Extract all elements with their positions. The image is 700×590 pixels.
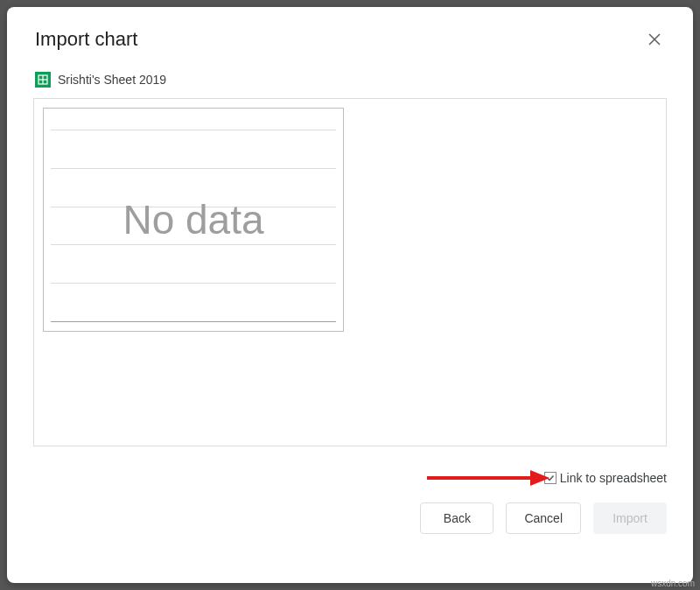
annotation-arrow-icon: [427, 467, 550, 488]
no-data-label: No data: [122, 196, 263, 243]
close-icon: [648, 33, 661, 46]
link-to-spreadsheet-checkbox[interactable]: Link to spreadsheet: [544, 471, 667, 485]
sheet-name-label: Srishti's Sheet 2019: [58, 73, 166, 87]
svg-marker-6: [530, 470, 550, 486]
sheet-info-row: Srishti's Sheet 2019: [7, 65, 693, 98]
close-button[interactable]: [644, 29, 665, 50]
link-option-row: Link to spreadsheet: [7, 446, 693, 490]
cancel-button[interactable]: Cancel: [506, 502, 581, 534]
import-chart-dialog: Import chart Srishti's Sheet 2019: [7, 7, 693, 583]
google-sheets-icon: [35, 72, 51, 88]
import-button[interactable]: Import: [593, 502, 667, 534]
chart-selection-area: No data: [33, 98, 667, 446]
watermark-text: wsxdn.com: [651, 579, 695, 588]
chart-preview-thumbnail[interactable]: No data: [43, 108, 344, 332]
checkbox-label: Link to spreadsheet: [560, 471, 667, 485]
dialog-header: Import chart: [7, 7, 693, 65]
dialog-button-row: Back Cancel Import: [7, 490, 693, 560]
back-button[interactable]: Back: [420, 502, 494, 534]
dialog-title: Import chart: [35, 28, 137, 51]
